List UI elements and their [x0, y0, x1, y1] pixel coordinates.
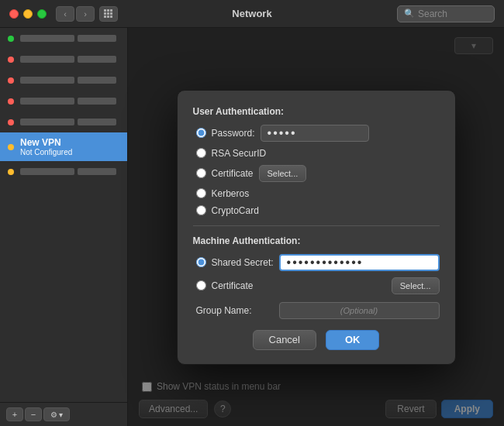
forward-button[interactable]: › [76, 6, 95, 22]
group-name-placeholder: (Optional) [340, 306, 378, 315]
password-label: Password: [212, 128, 255, 139]
add-network-button[interactable]: + [6, 407, 23, 421]
svg-rect-0 [104, 9, 106, 12]
authentication-modal: User Authentication: Password: ••••• RSA… [177, 90, 456, 365]
maximize-button[interactable] [37, 9, 47, 19]
chevron-down-icon: ▾ [59, 411, 63, 419]
minimize-button[interactable] [23, 9, 33, 19]
shared-secret-row: Shared Secret: ••••••••••••• [193, 254, 440, 271]
svg-rect-2 [110, 9, 112, 12]
search-bar: 🔍 [397, 5, 495, 22]
rsa-option-row: RSA SecurID [193, 148, 440, 159]
status-dot-red-2 [8, 57, 14, 63]
sidebar-sub-blur-5 [78, 119, 116, 125]
kerberos-option-row: Kerberos [193, 188, 440, 199]
user-auth-title: User Authentication: [193, 106, 440, 117]
sidebar-item-sub-6: Not Configured [20, 148, 119, 156]
password-option-row: Password: ••••• [193, 125, 440, 142]
search-icon: 🔍 [404, 9, 415, 19]
sidebar-name-blur-5 [20, 119, 74, 125]
sidebar-item-1[interactable] [0, 28, 127, 49]
sidebar-item-text-1 [20, 33, 119, 44]
sidebar-item-4[interactable] [0, 91, 127, 112]
sidebar-item-text-4 [20, 95, 119, 107]
certificate-user-radio[interactable] [196, 168, 206, 178]
cryptocard-option-row: CryptoCard [193, 205, 440, 216]
nav-buttons: ‹ › [56, 6, 95, 22]
status-dot-yellow-6 [8, 144, 14, 150]
certificate-machine-label: Certificate [212, 280, 254, 291]
certificate-user-select-button[interactable]: Select... [259, 165, 307, 182]
certificate-machine-radio[interactable] [196, 280, 206, 290]
shared-secret-input[interactable]: ••••••••••••• [279, 254, 440, 271]
title-bar: ‹ › Network 🔍 [0, 0, 504, 28]
certificate-user-label: Certificate [212, 168, 254, 179]
search-input[interactable] [418, 9, 488, 19]
group-name-label: Group Name: [196, 305, 274, 316]
sidebar-item-5[interactable] [0, 112, 127, 132]
password-input[interactable]: ••••• [261, 125, 369, 142]
traffic-lights [9, 9, 47, 19]
sidebar-list: New VPN Not Configured [0, 28, 127, 402]
kerberos-label: Kerberos [212, 188, 250, 199]
sidebar-name-blur-2 [20, 56, 74, 63]
status-dot-yellow-7 [8, 169, 14, 175]
sidebar-item-text-7 [20, 166, 119, 177]
certificate-user-row: Certificate Select... [193, 165, 440, 182]
right-panel: ▾ Show VPN status in menu bar Advanced..… [128, 28, 504, 426]
svg-rect-8 [110, 15, 112, 18]
status-dot-red-3 [8, 77, 14, 84]
sidebar-item-text-5 [20, 116, 119, 128]
sidebar-item-new-vpn[interactable]: New VPN Not Configured [0, 132, 127, 161]
status-dot-red-4 [8, 98, 14, 105]
main-area: New VPN Not Configured + − ⚙ ▾ [0, 28, 504, 426]
svg-rect-1 [107, 9, 109, 12]
sidebar-item-text-6: New VPN Not Configured [20, 137, 119, 156]
remove-network-button[interactable]: − [25, 407, 42, 421]
svg-rect-4 [107, 12, 109, 15]
modal-overlay: User Authentication: Password: ••••• RSA… [128, 28, 504, 426]
group-name-row: Group Name: (Optional) [193, 302, 440, 319]
password-radio[interactable] [196, 128, 206, 138]
shared-secret-radio[interactable] [196, 257, 206, 267]
cryptocard-radio[interactable] [196, 205, 206, 215]
sidebar-name-blur-3 [20, 77, 74, 84]
modal-buttons: Cancel OK [193, 330, 440, 350]
svg-rect-7 [107, 15, 109, 18]
gear-icon: ⚙ [50, 411, 57, 419]
rsa-radio[interactable] [196, 148, 206, 158]
close-button[interactable] [9, 9, 19, 19]
cancel-button[interactable]: Cancel [253, 330, 316, 350]
sidebar-item-name-6: New VPN [20, 137, 119, 148]
sidebar-name-blur-7 [20, 168, 74, 175]
certificate-machine-select-button[interactable]: Select... [392, 277, 440, 294]
sidebar-sub-blur-2 [78, 56, 116, 63]
svg-rect-3 [104, 12, 106, 15]
sidebar-bottom-bar: + − ⚙ ▾ [0, 402, 127, 426]
network-actions-button[interactable]: ⚙ ▾ [43, 407, 70, 421]
shared-secret-label: Shared Secret: [212, 257, 274, 268]
sidebar: New VPN Not Configured + − ⚙ ▾ [0, 28, 128, 426]
svg-rect-6 [104, 15, 106, 18]
sidebar-item-3[interactable] [0, 70, 127, 91]
sidebar-item-7[interactable] [0, 161, 127, 182]
group-name-input[interactable]: (Optional) [279, 302, 440, 319]
sidebar-sub-blur-7 [78, 168, 116, 175]
sidebar-name-blur-1 [20, 35, 74, 42]
sidebar-sub-blur-3 [78, 77, 116, 84]
kerberos-radio[interactable] [196, 188, 206, 198]
sidebar-sub-blur-4 [78, 98, 116, 105]
back-button[interactable]: ‹ [56, 6, 74, 22]
grid-button[interactable] [99, 6, 118, 22]
status-dot-green [8, 36, 14, 42]
sidebar-name-blur-4 [20, 98, 74, 105]
section-divider [193, 225, 440, 226]
sidebar-item-text-3 [20, 74, 119, 86]
machine-auth-title: Machine Authentication: [193, 235, 440, 246]
sidebar-item-2[interactable] [0, 49, 127, 70]
ok-button[interactable]: OK [326, 330, 380, 350]
window-title: Network [232, 8, 271, 19]
sidebar-sub-blur-1 [78, 35, 116, 42]
rsa-label: RSA SecurID [212, 148, 267, 159]
certificate-machine-row: Certificate Select... [193, 277, 440, 294]
